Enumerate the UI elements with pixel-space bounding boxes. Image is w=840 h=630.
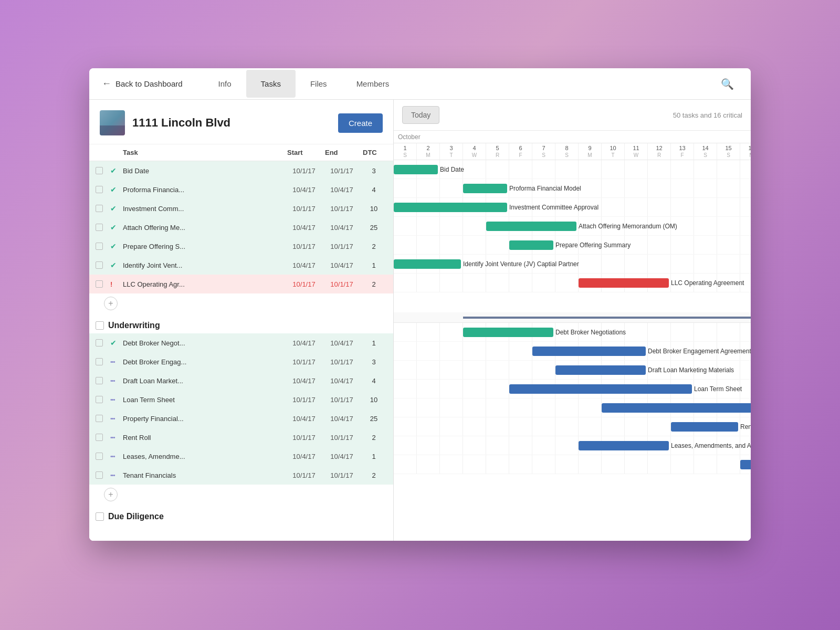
- gantt-grid-col: [463, 160, 486, 178]
- gantt-grid-col: [394, 236, 417, 254]
- task-row[interactable]: ! LLC Operating Agr... 10/1/17 10/1/17 2: [89, 275, 393, 293]
- gantt-grid-col: [625, 179, 648, 197]
- task-checkbox[interactable]: [96, 205, 103, 212]
- task-dtc: 1: [361, 261, 387, 269]
- task-row[interactable]: ••• Draft Loan Market... 10/4/17 10/4/17…: [89, 371, 393, 390]
- gantt-day-col: 16M: [740, 143, 751, 160]
- task-checkbox[interactable]: [96, 224, 103, 231]
- task-name: Loan Term Sheet: [121, 396, 285, 404]
- gantt-grid-col: [555, 160, 579, 178]
- task-row[interactable]: ••• Rent Roll 10/1/17 10/1/17 2: [89, 428, 393, 447]
- dots-icon: •••: [110, 377, 121, 384]
- task-row[interactable]: ••• Property Financial... 10/4/17 10/4/1…: [89, 409, 393, 428]
- back-arrow-icon: ←: [102, 78, 111, 89]
- gantt-bar-label: Identify Joint Venture (JV) Captial Part…: [463, 260, 579, 268]
- task-checkbox[interactable]: [96, 396, 103, 403]
- gantt-grid-col: [440, 455, 463, 474]
- task-checkbox[interactable]: [96, 358, 103, 365]
- task-start: 10/1/17: [285, 280, 323, 288]
- gantt-grid-col: [509, 274, 532, 292]
- task-row[interactable]: ••• Leases, Amendme... 10/4/17 10/4/17 1: [89, 447, 393, 466]
- gantt-grid-col: [440, 342, 463, 360]
- task-name: LLC Operating Agr...: [121, 280, 285, 288]
- gantt-bar: [740, 460, 751, 469]
- task-name: Rent Roll: [121, 434, 285, 442]
- tab-members[interactable]: Members: [342, 70, 404, 98]
- gantt-grid-col: [463, 455, 486, 474]
- gantt-bar: [555, 365, 646, 375]
- gantt-grid-col: [717, 160, 740, 178]
- gantt-grid-col: [417, 236, 440, 254]
- gantt-grid-col: [509, 398, 532, 417]
- task-row[interactable]: ••• Debt Broker Engag... 10/1/17 10/1/17…: [89, 352, 393, 371]
- gantt-grid-col: [509, 160, 532, 178]
- task-row[interactable]: ••• Loan Term Sheet 10/1/17 10/1/17 10: [89, 390, 393, 409]
- section-due-diligence: Due Diligence: [89, 505, 393, 524]
- tab-info[interactable]: Info: [204, 70, 246, 98]
- gantt-bar-label: Rent Roll: [740, 423, 751, 430]
- gantt-grid-col: [440, 179, 463, 197]
- task-end: 10/1/17: [323, 243, 361, 250]
- gantt-grid-col: [486, 274, 509, 292]
- task-end: 10/4/17: [323, 186, 361, 194]
- task-checkbox[interactable]: [96, 167, 103, 174]
- task-row[interactable]: ✔ Prepare Offering S... 10/1/17 10/1/17 …: [89, 237, 393, 256]
- section-checkbox[interactable]: [96, 512, 104, 521]
- task-row[interactable]: ✔ Bid Date 10/1/17 10/1/17 3: [89, 161, 393, 180]
- task-dtc: 1: [361, 339, 387, 347]
- task-row[interactable]: ••• Tenant Financials 10/1/17 10/1/17 2: [89, 466, 393, 485]
- search-icon[interactable]: 🔍: [717, 74, 738, 94]
- task-row[interactable]: ✔ Attach Offering Me... 10/4/17 10/4/17 …: [89, 218, 393, 237]
- create-button[interactable]: Create: [338, 113, 383, 133]
- task-checkbox[interactable]: [96, 261, 103, 269]
- task-end: 10/4/17: [323, 339, 361, 347]
- task-start: 10/4/17: [285, 453, 323, 460]
- gantt-grid-col: [486, 380, 509, 398]
- add-task-button-underwriting[interactable]: +: [104, 488, 118, 501]
- gantt-grid-col: [394, 323, 417, 341]
- gantt-grid-col: [579, 160, 602, 178]
- task-start: 10/4/17: [285, 377, 323, 385]
- gantt-grid-col: [417, 436, 440, 455]
- task-dtc: 10: [361, 396, 387, 404]
- gantt-grid-col: [671, 323, 694, 341]
- gantt-grid-col: [602, 198, 625, 216]
- section-title: Underwriting: [108, 321, 160, 330]
- alert-icon: !: [110, 280, 121, 288]
- task-dtc: 2: [361, 471, 387, 479]
- task-row[interactable]: ✔ Debt Broker Negot... 10/4/17 10/4/17 1: [89, 333, 393, 352]
- task-checkbox[interactable]: [96, 434, 103, 441]
- section-header-underwriting: Underwriting: [89, 313, 393, 333]
- gantt-grid-col: [486, 398, 509, 417]
- task-checkbox[interactable]: [96, 339, 103, 346]
- task-checkbox[interactable]: [96, 186, 103, 193]
- task-checkbox[interactable]: [96, 377, 103, 384]
- task-row[interactable]: ✔ Identify Joint Vent... 10/4/17 10/4/17…: [89, 256, 393, 275]
- gantt-task-row: Identify Joint Venture (JV) Captial Part…: [394, 255, 751, 274]
- task-row[interactable]: ✔ Proforma Financia... 10/4/17 10/4/17 4: [89, 180, 393, 199]
- gantt-grid-col: [625, 198, 648, 216]
- gantt-grid-col: [671, 255, 694, 273]
- task-checkbox[interactable]: [96, 453, 103, 460]
- dots-icon: •••: [110, 359, 121, 365]
- task-checkbox[interactable]: [96, 280, 103, 288]
- task-checkbox[interactable]: [96, 471, 103, 479]
- task-start: 10/1/17: [285, 471, 323, 479]
- add-task-button[interactable]: +: [104, 297, 118, 310]
- gantt-bar-label: Loan Term Sheet: [694, 385, 742, 393]
- task-end: 10/4/17: [323, 261, 361, 269]
- gantt-day-col: 12R: [648, 143, 671, 160]
- tab-files[interactable]: Files: [296, 70, 342, 98]
- section-checkbox[interactable]: [96, 321, 104, 330]
- task-start: 10/4/17: [285, 339, 323, 347]
- task-row[interactable]: ✔ Investment Comm... 10/1/17 10/1/17 10: [89, 199, 393, 218]
- tab-tasks[interactable]: Tasks: [246, 70, 296, 98]
- task-name: Debt Broker Engag...: [121, 358, 285, 366]
- today-button[interactable]: Today: [402, 106, 439, 124]
- task-checkbox[interactable]: [96, 243, 103, 250]
- back-to-dashboard[interactable]: ← Back to Dashboard: [102, 78, 183, 89]
- task-name: Proforma Financia...: [121, 186, 285, 194]
- task-checkbox[interactable]: [96, 415, 103, 422]
- gantt-grid-col: [417, 217, 440, 235]
- check-icon: ✔: [110, 339, 121, 347]
